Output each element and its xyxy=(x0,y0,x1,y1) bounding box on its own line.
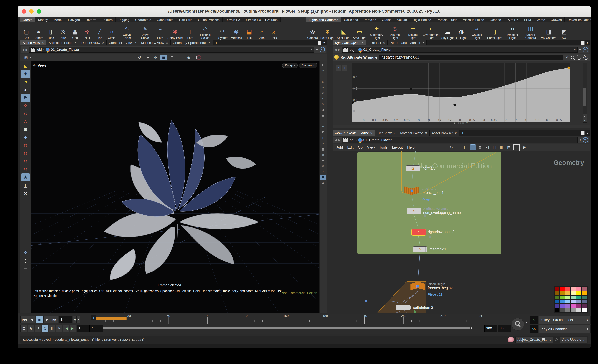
viewport[interactable]: ✇View Persp ▾ No cam ▾ Frame Selected Le… xyxy=(31,61,320,313)
close-tab-icon[interactable]: ✕ xyxy=(370,132,372,135)
nav-back-icon[interactable]: ◀ xyxy=(334,138,337,142)
tool-circle[interactable]: ○Circle xyxy=(106,27,118,40)
shelf-tab[interactable]: Characters xyxy=(132,17,154,23)
color-swatch[interactable] xyxy=(565,287,570,291)
view-mask-icon[interactable]: ◫ xyxy=(21,181,30,189)
shelf-tab[interactable]: FEM xyxy=(521,17,534,23)
color-swatch[interactable] xyxy=(571,300,576,303)
color-swatch[interactable] xyxy=(571,296,576,299)
shelf-tab[interactable]: Particles xyxy=(361,17,379,23)
close-tab-icon[interactable]: ✕ xyxy=(42,41,44,44)
memory-brain-icon[interactable] xyxy=(508,337,514,342)
play-button[interactable]: ▶ xyxy=(43,315,51,324)
tool-helix[interactable]: §Helix xyxy=(267,27,280,40)
pane-menu-icon[interactable]: ▼ xyxy=(586,132,589,135)
shelf-tab[interactable]: Terrain FX xyxy=(222,17,243,23)
tool-spray-paint[interactable]: ✱Spray Paint xyxy=(166,27,184,40)
pane-tab[interactable]: Composite View✕ xyxy=(107,40,139,45)
reference-plane-icon[interactable]: ▱ xyxy=(21,78,30,86)
color-swatch[interactable] xyxy=(571,304,576,307)
dots-menu-icon[interactable]: ⋮ xyxy=(21,257,30,265)
path-dropdown-icon[interactable]: ▼ xyxy=(574,49,576,51)
tool-distant-light[interactable]: ☀Distant Light xyxy=(404,24,422,40)
shelf-tab[interactable]: Hair Utils xyxy=(176,17,195,23)
vp-select-vis-icon[interactable]: ◬ xyxy=(320,169,326,174)
pane-tab[interactable]: Material Palette✕ xyxy=(398,130,429,136)
pane-edge-strip[interactable]: ▲ xyxy=(18,40,20,313)
tool-portal-light[interactable]: ▯Portal Light xyxy=(486,27,503,40)
tool-geometry-light[interactable]: ✦Geometry Light xyxy=(368,24,386,40)
path-node[interactable]: 01_Create_Flower xyxy=(51,48,79,52)
shelf-tab[interactable]: Particle Fluids xyxy=(434,17,460,23)
construction-plane-icon[interactable]: ◈ xyxy=(21,70,30,78)
audio-icon[interactable]: ◉ xyxy=(27,325,34,332)
color-swatch[interactable] xyxy=(565,308,570,312)
color-swatch[interactable] xyxy=(582,308,587,312)
net-grid-icon[interactable]: ⊞ xyxy=(477,145,483,150)
playback-range-start-field[interactable]: 1 xyxy=(77,325,90,332)
color-swatch[interactable] xyxy=(576,304,581,307)
next-key-icon[interactable]: ▶| xyxy=(70,325,76,332)
close-tab-icon[interactable]: ✕ xyxy=(383,41,385,44)
vp-lut-icon[interactable]: ◩ xyxy=(320,130,326,135)
snap-magnet-icon[interactable]: Ω xyxy=(21,165,30,173)
color-swatch[interactable] xyxy=(565,291,570,295)
nav-forward-icon[interactable]: ▶ xyxy=(25,48,28,52)
search-icon[interactable] xyxy=(571,56,574,59)
menu-item[interactable]: Add xyxy=(334,145,345,150)
pane-tab[interactable]: Render View✕ xyxy=(79,40,106,45)
playback-range-start2-field[interactable]: 1 xyxy=(90,325,103,332)
color-swatch[interactable] xyxy=(571,308,576,312)
path-context[interactable]: obj xyxy=(37,48,42,52)
pin-icon[interactable]: ➤ xyxy=(578,138,582,143)
net-tree-icon[interactable]: ☰ xyxy=(456,145,461,150)
tool-line[interactable]: ╱Line xyxy=(93,27,106,40)
color-swatch[interactable] xyxy=(571,287,576,291)
shelf-tab[interactable]: Deform xyxy=(83,17,99,23)
color-swatch[interactable] xyxy=(576,296,581,299)
dopesheet-icon[interactable]: ✣ xyxy=(56,325,62,332)
color-swatch[interactable] xyxy=(582,300,587,303)
pane-tab[interactable]: /obj/01_Create_Flower✕ xyxy=(333,130,375,136)
translate-icon[interactable]: ✛ xyxy=(21,102,30,110)
snap-grid-icon[interactable]: Ω xyxy=(21,142,30,150)
color-swatch[interactable] xyxy=(560,300,565,303)
ramp-chart-svg[interactable]: 0.20.40.60.80.050.10.150.20.250.30.350.4… xyxy=(352,63,570,122)
color-swatch[interactable] xyxy=(576,308,581,312)
tool-caustic-light[interactable]: ≈Caustic Light xyxy=(468,24,486,40)
network-canvas[interactable]: Non-Commercial Edition Geometry ◪ xyxy=(333,151,590,313)
close-tab-icon[interactable]: ✕ xyxy=(166,41,168,44)
pose-icon[interactable]: ✳ xyxy=(21,126,30,134)
tool-volume-light[interactable]: ♨Volume Light xyxy=(386,24,404,40)
param-path-field[interactable]: obj › 01_Create_Flower ▼ xyxy=(342,47,578,53)
color-swatch[interactable] xyxy=(565,304,570,307)
shelf-tab[interactable]: Rigid Bodies xyxy=(410,17,434,23)
scene-path-field[interactable]: obj › 01_Create_Flower ▼ xyxy=(29,47,314,53)
menu-item[interactable]: Tools xyxy=(377,145,390,150)
path-dropdown-icon[interactable]: ▼ xyxy=(311,49,313,51)
close-tab-icon[interactable]: ✕ xyxy=(361,41,363,44)
menu-item[interactable]: Layout xyxy=(390,145,405,150)
network-node-foreach_begin2[interactable]: ▣ Block Beginforeach_begin2 Piece : 21 xyxy=(410,282,425,291)
shelf-tab[interactable]: Simple FX xyxy=(243,17,264,23)
vp-material-icon[interactable]: ✦ xyxy=(320,85,326,90)
context-dropdown[interactable]: /obj/01_Create_Fl...▲ ▼ xyxy=(515,337,553,343)
render-region-icon[interactable] xyxy=(195,55,202,60)
menu-item[interactable]: View xyxy=(365,145,377,150)
timeline-ruler[interactable]: 3060901201501802102402703001 xyxy=(91,315,482,325)
shelf-tab[interactable]: Oceans xyxy=(487,17,504,23)
color-swatch[interactable] xyxy=(576,300,581,303)
nav-back-icon[interactable]: ◀ xyxy=(334,48,337,52)
pin-icon[interactable]: ➤ xyxy=(315,47,319,52)
pane-tab[interactable]: Motion FX View✕ xyxy=(139,40,170,45)
pane-menu-icon[interactable]: ▼ xyxy=(586,41,589,44)
pane-tab[interactable]: Scene View✕ xyxy=(20,40,46,45)
color-swatch[interactable] xyxy=(576,291,581,295)
render-region-icon[interactable] xyxy=(177,55,183,60)
tool-spot-light[interactable]: ◣Spot Light xyxy=(336,27,352,40)
camera-view-icon[interactable]: ▣ xyxy=(160,55,167,60)
pane-collapse-handle[interactable]: ▲ ▒▒▒ ▼ xyxy=(333,122,590,125)
shelf-tab[interactable]: Lights and Cameras xyxy=(306,17,341,23)
tool-null[interactable]: ✛Null xyxy=(81,27,93,40)
color-swatch[interactable] xyxy=(582,304,587,307)
